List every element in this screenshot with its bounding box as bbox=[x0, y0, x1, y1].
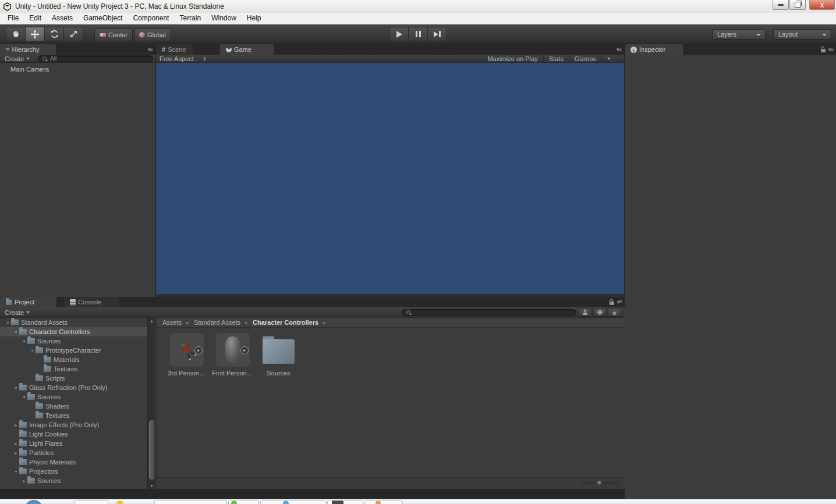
prefab-thumbnail[interactable] bbox=[170, 333, 204, 367]
tree-item[interactable]: Textures bbox=[0, 364, 147, 374]
maximize-on-play-button[interactable]: Maximize on Play bbox=[482, 55, 543, 62]
step-button[interactable] bbox=[428, 27, 447, 41]
tree-item[interactable]: Particles bbox=[0, 448, 147, 457]
foldout-open-icon[interactable] bbox=[13, 330, 19, 334]
tree-item[interactable]: PrototypeCharacter bbox=[0, 346, 147, 355]
breadcrumb-assets[interactable]: Assets bbox=[162, 319, 182, 326]
restore-button[interactable] bbox=[789, 0, 806, 10]
menu-file[interactable]: File bbox=[2, 13, 24, 24]
tree-item[interactable]: Light Flares bbox=[0, 439, 147, 448]
tab-console[interactable]: Console bbox=[64, 297, 119, 307]
taskbar-app-icon[interactable] bbox=[376, 501, 381, 504]
tree-item[interactable]: Shaders bbox=[0, 402, 147, 411]
asset-first-person[interactable]: First Person… bbox=[210, 333, 256, 377]
menu-window[interactable]: Window bbox=[206, 13, 242, 24]
search-by-label-button[interactable] bbox=[593, 308, 607, 317]
tree-item[interactable]: Sources bbox=[0, 336, 147, 346]
hierarchy-create-button[interactable]: Create bbox=[0, 55, 34, 62]
menu-edit[interactable]: Edit bbox=[24, 13, 47, 24]
project-create-button[interactable]: Create bbox=[0, 309, 34, 316]
taskbar-button[interactable] bbox=[154, 501, 227, 504]
game-viewport[interactable] bbox=[156, 63, 624, 294]
aspect-dropdown[interactable]: Free Aspect ▲▼ bbox=[156, 55, 206, 62]
tree-item[interactable]: Light Cookies bbox=[0, 430, 147, 439]
taskbar-button[interactable] bbox=[366, 501, 403, 504]
foldout-closed-icon[interactable] bbox=[13, 451, 19, 455]
taskbar-app-icon[interactable] bbox=[283, 501, 289, 504]
rotate-tool-button[interactable] bbox=[45, 27, 64, 41]
pause-button[interactable] bbox=[409, 27, 428, 41]
tab-inspector[interactable]: Inspector bbox=[625, 44, 683, 55]
panel-menu-icon[interactable] bbox=[148, 46, 153, 53]
menu-help[interactable]: Help bbox=[242, 13, 267, 24]
foldout-closed-icon[interactable] bbox=[13, 442, 19, 446]
tree-item[interactable]: Sources bbox=[0, 476, 147, 485]
taskbar-app-icon[interactable] bbox=[116, 501, 123, 504]
play-button[interactable] bbox=[389, 27, 409, 41]
foldout-open-icon[interactable] bbox=[13, 386, 19, 390]
taskbar-app-icon[interactable] bbox=[231, 501, 237, 504]
move-tool-button[interactable] bbox=[26, 27, 45, 41]
project-search-input[interactable] bbox=[402, 309, 576, 316]
stats-button[interactable]: Stats bbox=[543, 55, 569, 62]
gizmos-button[interactable]: Gizmos bbox=[569, 55, 601, 62]
favorites-button[interactable] bbox=[608, 308, 621, 317]
asset-sources-folder[interactable]: Sources bbox=[256, 333, 302, 377]
foldout-open-icon[interactable] bbox=[21, 395, 27, 399]
taskbar-button[interactable] bbox=[260, 501, 325, 504]
tree-item[interactable]: Image Effects (Pro Only) bbox=[0, 420, 147, 430]
thumbnail-size-slider[interactable] bbox=[582, 482, 619, 484]
foldout-open-icon[interactable] bbox=[21, 339, 27, 343]
expand-prefab-button[interactable] bbox=[194, 346, 203, 354]
prefab-thumbnail[interactable] bbox=[216, 333, 250, 367]
pivot-global-button[interactable]: Global bbox=[134, 29, 171, 41]
scale-tool-button[interactable] bbox=[64, 27, 83, 41]
scroll-up-icon[interactable]: ▲ bbox=[148, 319, 155, 323]
tab-scene[interactable]: Scene bbox=[156, 44, 193, 55]
layers-dropdown[interactable]: Layers bbox=[712, 29, 766, 40]
tab-game[interactable]: Game bbox=[220, 44, 274, 55]
foldout-open-icon[interactable] bbox=[5, 321, 11, 325]
foldout-open-icon[interactable] bbox=[13, 470, 19, 474]
tree-item[interactable]: Materials bbox=[0, 355, 147, 364]
lock-icon[interactable] bbox=[821, 49, 826, 52]
close-button[interactable] bbox=[809, 0, 835, 10]
tree-item[interactable]: Projectors bbox=[0, 467, 147, 476]
panel-menu-icon[interactable] bbox=[828, 46, 833, 53]
tree-item[interactable]: Glass Refraction (Pro Only) bbox=[0, 383, 147, 392]
foldout-closed-icon[interactable] bbox=[21, 479, 27, 483]
tree-item[interactable]: Standard Assets bbox=[0, 318, 147, 327]
panel-menu-icon[interactable] bbox=[617, 46, 621, 53]
asset-3rd-person[interactable]: 3rd Person… bbox=[164, 333, 210, 377]
layout-dropdown[interactable]: Layout bbox=[773, 29, 831, 40]
menu-gameobject[interactable]: GameObject bbox=[78, 13, 127, 24]
panel-menu-icon[interactable] bbox=[617, 299, 622, 306]
asset-label[interactable]: First Person… bbox=[212, 370, 253, 377]
scroll-down-icon[interactable]: ▼ bbox=[148, 484, 155, 488]
gizmos-dropdown-button[interactable] bbox=[601, 55, 616, 62]
breadcrumb-standard-assets[interactable]: Standard Assets bbox=[194, 319, 240, 326]
start-orb-icon[interactable] bbox=[24, 500, 43, 504]
scrollbar-thumb[interactable] bbox=[149, 420, 154, 480]
tab-hierarchy[interactable]: Hierarchy bbox=[0, 44, 56, 55]
slider-knob[interactable] bbox=[597, 480, 602, 485]
asset-label[interactable]: Sources bbox=[267, 370, 290, 377]
hand-tool-button[interactable] bbox=[6, 27, 26, 41]
tree-item[interactable]: Physic Materials bbox=[0, 457, 147, 467]
taskbar-app-icon[interactable] bbox=[332, 501, 343, 504]
expand-prefab-button[interactable] bbox=[240, 346, 249, 354]
tree-item[interactable]: Textures bbox=[0, 411, 147, 420]
tree-item-selected[interactable]: Character Controllers bbox=[0, 327, 147, 336]
hierarchy-search-input[interactable]: All bbox=[38, 55, 153, 62]
hierarchy-item-main-camera[interactable]: Main Camera bbox=[0, 65, 155, 74]
tree-item[interactable]: Sources bbox=[0, 392, 147, 402]
asset-label[interactable]: 3rd Person… bbox=[168, 370, 206, 377]
minimize-button[interactable] bbox=[773, 0, 789, 10]
breadcrumb-current[interactable]: Character Controllers bbox=[253, 319, 318, 326]
tree-item[interactable]: Scripts bbox=[0, 374, 147, 383]
menu-component[interactable]: Component bbox=[127, 13, 174, 24]
tree-scrollbar[interactable]: ▲ ▼ bbox=[147, 318, 155, 489]
foldout-open-icon[interactable] bbox=[29, 349, 36, 353]
tab-project[interactable]: Project bbox=[0, 297, 56, 307]
foldout-closed-icon[interactable] bbox=[13, 423, 19, 427]
